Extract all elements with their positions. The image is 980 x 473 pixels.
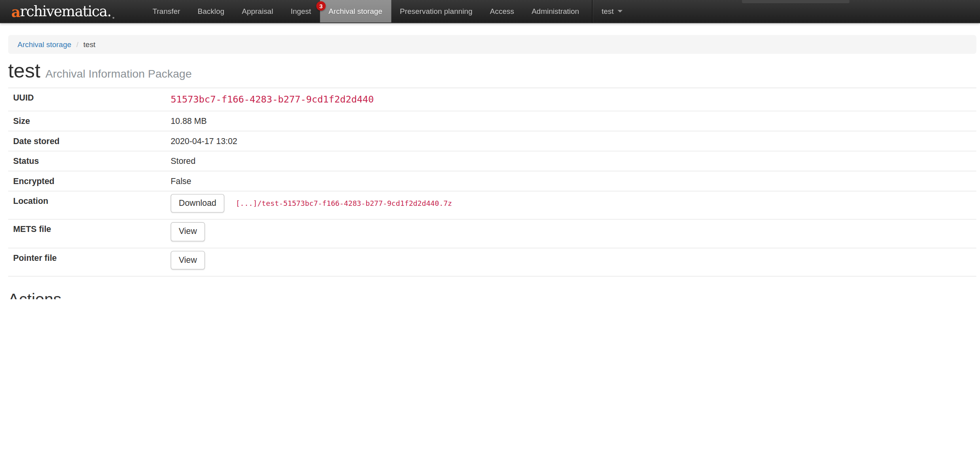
page-title: testArchival Information Package bbox=[8, 60, 976, 82]
location-path: [...]/test-51573bc7-f166-4283-b277-9cd1f… bbox=[236, 199, 452, 208]
actions-heading: Actions bbox=[8, 290, 976, 299]
nav-item-access[interactable]: Access bbox=[481, 0, 523, 23]
date-stored-value: 2020-04-17 13:02 bbox=[170, 131, 242, 151]
logo-trademark-dot bbox=[112, 17, 114, 19]
table-row-date-stored: Date stored 2020-04-17 13:02 bbox=[8, 131, 976, 152]
view-pointer-button[interactable]: View bbox=[170, 251, 205, 270]
mets-file-label: METS file bbox=[8, 220, 171, 239]
aip-name: test bbox=[8, 59, 41, 82]
table-row-pointer-file: Pointer file View bbox=[8, 248, 976, 276]
logo-letter-a: a bbox=[11, 4, 20, 18]
top-navbar: archivematica. Transfer Backlog Appraisa… bbox=[0, 0, 980, 23]
download-button[interactable]: Download bbox=[170, 194, 224, 213]
status-label: Status bbox=[8, 152, 171, 171]
ingest-count-badge: 3 bbox=[316, 1, 326, 11]
breadcrumb-separator: / bbox=[76, 40, 78, 49]
breadcrumb: Archival storage / test bbox=[8, 35, 976, 54]
size-label: Size bbox=[8, 112, 171, 131]
user-menu[interactable]: test bbox=[593, 0, 631, 23]
nav-item-appraisal[interactable]: Appraisal bbox=[233, 0, 282, 23]
table-row-uuid: UUID 51573bc7-f166-4283-b277-9cd1f2d2d44… bbox=[8, 88, 976, 111]
logo-text: rchivematica bbox=[20, 4, 107, 18]
navbar-top-fragment bbox=[742, 0, 849, 3]
table-row-location: Location Download [...]/test-51573bc7-f1… bbox=[8, 192, 976, 220]
status-value: Stored bbox=[170, 152, 201, 171]
uuid-label: UUID bbox=[8, 88, 171, 108]
size-value: 10.88 MB bbox=[170, 112, 212, 131]
encrypted-value: False bbox=[170, 171, 196, 191]
nav-item-backlog[interactable]: Backlog bbox=[189, 0, 233, 23]
table-row-size: Size 10.88 MB bbox=[8, 112, 976, 132]
breadcrumb-current: test bbox=[83, 40, 96, 49]
main-content: testArchival Information Package UUID 51… bbox=[8, 60, 976, 299]
nav-item-administration[interactable]: Administration bbox=[523, 0, 588, 23]
table-row-encrypted: Encrypted False bbox=[8, 171, 976, 192]
date-stored-label: Date stored bbox=[8, 131, 171, 151]
view-mets-button[interactable]: View bbox=[170, 222, 205, 241]
archivematica-logo[interactable]: archivematica. bbox=[0, 0, 132, 23]
encrypted-label: Encrypted bbox=[8, 171, 171, 191]
chevron-down-icon bbox=[617, 10, 622, 12]
nav-item-archival-storage[interactable]: Archival storage bbox=[320, 0, 391, 23]
aip-type-subtitle: Archival Information Package bbox=[45, 68, 192, 80]
aip-details-table: UUID 51573bc7-f166-4283-b277-9cd1f2d2d44… bbox=[8, 88, 976, 276]
user-menu-label: test bbox=[602, 7, 614, 15]
nav-item-transfer[interactable]: Transfer bbox=[144, 0, 189, 23]
breadcrumb-link-archival-storage[interactable]: Archival storage bbox=[17, 40, 71, 49]
page-header: testArchival Information Package bbox=[8, 60, 976, 88]
uuid-value: 51573bc7-f166-4283-b277-9cd1f2d2d440 bbox=[170, 94, 374, 105]
table-row-mets-file: METS file View bbox=[8, 220, 976, 248]
nav-item-ingest[interactable]: Ingest bbox=[282, 0, 320, 23]
location-label: Location bbox=[8, 192, 171, 211]
archivematica-page: archivematica. Transfer Backlog Appraisa… bbox=[0, 0, 980, 299]
main-menu: Transfer Backlog Appraisal Ingest Archiv… bbox=[144, 0, 588, 23]
nav-item-preservation-planning[interactable]: Preservation planning bbox=[391, 0, 481, 23]
pointer-file-label: Pointer file bbox=[8, 248, 171, 268]
logo-period: . bbox=[107, 4, 111, 18]
table-row-status: Status Stored bbox=[8, 152, 976, 172]
